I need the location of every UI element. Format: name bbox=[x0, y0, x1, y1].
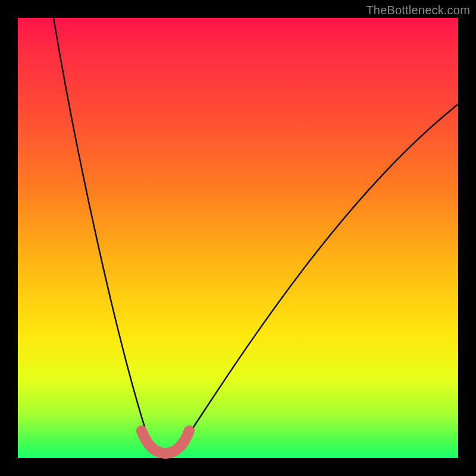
curve-layer bbox=[18, 18, 458, 458]
watermark-text: TheBottleneck.com bbox=[366, 4, 470, 17]
curve-right-branch bbox=[178, 104, 458, 449]
valley-highlight bbox=[142, 431, 189, 453]
chart-stage: TheBottleneck.com bbox=[0, 0, 476, 476]
curve-left-branch bbox=[54, 18, 152, 449]
